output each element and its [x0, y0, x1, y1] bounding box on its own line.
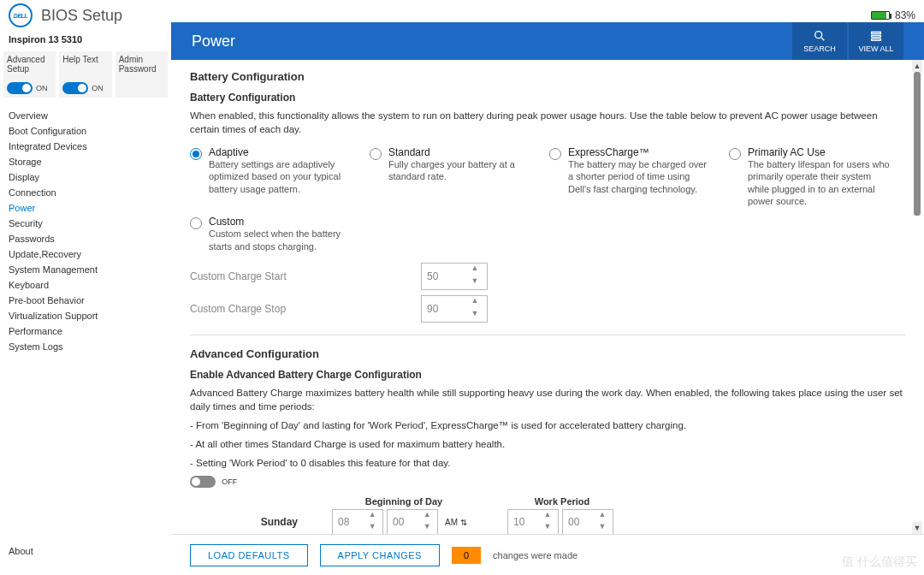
- time-stepper[interactable]: ▲▼: [332, 509, 383, 534]
- setup-card[interactable]: Admin Password: [116, 51, 168, 98]
- nav-item-update-recovery[interactable]: Update,Recovery: [9, 246, 163, 262]
- step-up-icon[interactable]: ▲: [537, 510, 558, 522]
- battery-config-heading: Battery Configuration: [190, 70, 905, 83]
- nav-item-virtualization-support[interactable]: Virtualization Support: [9, 308, 163, 323]
- radio-option-expresscharge-[interactable]: ExpressCharge™ The battery may be charge…: [549, 146, 712, 207]
- radio-title: Standard: [388, 146, 532, 158]
- radio-option-standard[interactable]: Standard Fully charges your battery at a…: [370, 146, 532, 207]
- left-panel: Advanced SetupONHelp TextONAdmin Passwor…: [0, 48, 171, 361]
- radio-icon[interactable]: [549, 148, 561, 160]
- radio-icon[interactable]: [190, 148, 202, 160]
- advanced-b1: - From 'Beginning of Day' and lasting fo…: [190, 418, 905, 432]
- nav-item-performance[interactable]: Performance: [9, 323, 163, 339]
- battery-config-desc: When enabled, this functionality allows …: [190, 109, 905, 136]
- step-up-icon[interactable]: ▲: [417, 510, 437, 522]
- step-down-icon[interactable]: ▼: [362, 522, 382, 534]
- scrollbar[interactable]: ▲ ▼: [912, 60, 922, 534]
- viewall-button[interactable]: VIEW ALL: [849, 22, 903, 60]
- content-scroll[interactable]: Battery Configuration Battery Configurat…: [171, 60, 924, 534]
- svg-point-0: [815, 32, 822, 39]
- radio-icon[interactable]: [729, 148, 741, 160]
- nav-item-storage[interactable]: Storage: [9, 154, 163, 169]
- advanced-sub: Enable Advanced Battery Charge Configura…: [190, 369, 905, 381]
- step-down-icon[interactable]: ▼: [465, 276, 485, 289]
- load-defaults-button[interactable]: LOAD DEFAULTS: [190, 544, 308, 566]
- nav-item-system-logs[interactable]: System Logs: [9, 339, 163, 354]
- nav-item-system-management[interactable]: System Management: [9, 262, 163, 277]
- radio-option-primarily-ac-use[interactable]: Primarily AC Use The battery lifespan fo…: [729, 146, 891, 207]
- radio-desc: The battery may be charged over a shorte…: [568, 158, 712, 195]
- custom-stop-stepper[interactable]: ▲▼: [421, 295, 488, 323]
- apply-changes-button[interactable]: APPLY CHANGES: [320, 544, 440, 566]
- radio-option-custom[interactable]: Custom Custom select when the battery st…: [190, 216, 352, 252]
- radio-title: ExpressCharge™: [568, 146, 712, 158]
- card-toggle[interactable]: [7, 82, 33, 94]
- setup-card[interactable]: Advanced SetupON: [3, 51, 56, 98]
- step-down-icon[interactable]: ▼: [592, 522, 613, 534]
- setup-card[interactable]: Help TextON: [59, 51, 111, 98]
- nav-item-passwords[interactable]: Passwords: [9, 231, 163, 246]
- nav-item-keyboard[interactable]: Keyboard: [9, 277, 163, 293]
- search-button[interactable]: SEARCH: [792, 22, 847, 60]
- step-up-icon[interactable]: ▲: [465, 296, 485, 309]
- radio-title: Custom: [209, 216, 352, 228]
- custom-start-input[interactable]: [422, 264, 465, 289]
- battery-icon: [871, 11, 890, 20]
- ampm-label[interactable]: AM ⇅: [445, 518, 467, 527]
- radio-icon[interactable]: [370, 148, 382, 160]
- custom-start-stepper[interactable]: ▲▼: [421, 263, 488, 290]
- nav-item-boot-configuration[interactable]: Boot Configuration: [9, 123, 163, 139]
- custom-stop-input[interactable]: [422, 296, 465, 322]
- radio-desc: Custom select when the battery starts an…: [209, 228, 352, 252]
- step-down-icon[interactable]: ▼: [465, 309, 485, 322]
- card-title: Advanced Setup: [7, 55, 52, 74]
- card-title: Admin Password: [119, 55, 164, 74]
- sched-head-bod: Beginning of Day: [310, 496, 498, 507]
- step-up-icon[interactable]: ▲: [362, 510, 382, 522]
- nav-item-power[interactable]: Power: [9, 200, 163, 216]
- about-link[interactable]: About: [9, 546, 33, 556]
- radio-desc: Fully charges your battery at a standard…: [388, 158, 532, 183]
- battery-indicator: 83%: [871, 9, 915, 21]
- step-up-icon[interactable]: ▲: [465, 264, 485, 276]
- nav-item-overview[interactable]: Overview: [9, 108, 163, 123]
- nav-item-integrated-devices[interactable]: Integrated Devices: [9, 139, 163, 154]
- advanced-toggle-label: OFF: [222, 477, 237, 486]
- step-up-icon[interactable]: ▲: [592, 510, 613, 522]
- card-toggle-label: ON: [36, 84, 48, 92]
- app-title: BIOS Setup: [41, 7, 122, 25]
- step-down-icon[interactable]: ▼: [417, 522, 437, 534]
- schedule-table: Beginning of Day Work Period Sunday ▲▼▲▼…: [190, 496, 905, 534]
- nav-item-display[interactable]: Display: [9, 169, 163, 185]
- radio-option-adaptive[interactable]: Adaptive Battery settings are adaptively…: [190, 146, 352, 207]
- radio-icon[interactable]: [190, 217, 202, 229]
- card-toggle[interactable]: [62, 82, 88, 94]
- nav-list: OverviewBoot ConfigurationIntegrated Dev…: [0, 101, 171, 361]
- card-title: Help Text: [62, 55, 108, 64]
- time-input[interactable]: [563, 510, 592, 534]
- nav-item-connection[interactable]: Connection: [9, 185, 163, 200]
- scroll-up-icon[interactable]: ▲: [912, 60, 922, 72]
- time-input[interactable]: [508, 510, 537, 534]
- radio-desc: The battery lifespan for users who prima…: [748, 158, 891, 207]
- main-area: Power SEARCH VIEW ALL Battery Configurat…: [171, 22, 924, 534]
- search-icon: [813, 29, 826, 43]
- time-input[interactable]: [333, 510, 362, 534]
- scroll-down-icon[interactable]: ▼: [912, 522, 922, 534]
- advanced-toggle[interactable]: [190, 476, 216, 488]
- time-stepper[interactable]: ▲▼: [387, 509, 438, 534]
- nav-item-security[interactable]: Security: [9, 216, 163, 231]
- step-down-icon[interactable]: ▼: [537, 522, 558, 534]
- changes-text: changes were made: [493, 550, 578, 560]
- advanced-heading: Advanced Configuration: [190, 347, 905, 360]
- time-stepper[interactable]: ▲▼: [507, 509, 559, 534]
- divider: [190, 335, 905, 335]
- day-label: Sunday: [190, 516, 310, 528]
- time-stepper[interactable]: ▲▼: [562, 509, 613, 534]
- nav-item-pre-boot-behavior[interactable]: Pre-boot Behavior: [9, 293, 163, 308]
- battery-config-sub: Battery Configuration: [190, 92, 905, 104]
- scroll-thumb[interactable]: [914, 72, 921, 216]
- section-header: Power SEARCH VIEW ALL: [171, 22, 924, 60]
- dell-logo: DELL: [9, 3, 33, 27]
- time-input[interactable]: [388, 510, 417, 534]
